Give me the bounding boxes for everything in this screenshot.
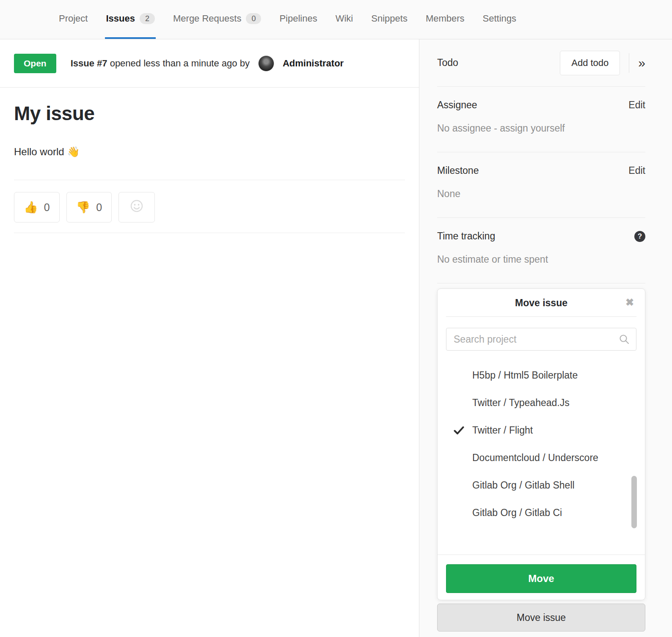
milestone-value: None [437, 188, 645, 200]
thumbs-up-icon: 👍 [24, 200, 38, 214]
reactions-bar: 👍 0 👎 0 [14, 192, 405, 222]
list-item[interactable]: Gitlab Org / Gitlab Shell [438, 472, 645, 499]
assignee-value: No assignee - assign yourself [437, 123, 645, 134]
time-tracking-label: Time tracking [437, 231, 495, 242]
time-tracking-section: Time tracking ? No estimate or time spen… [437, 218, 645, 283]
divider [629, 53, 629, 73]
tab-label: Wiki [336, 13, 353, 24]
tab-label: Snippets [371, 13, 408, 24]
divider [14, 233, 405, 233]
thumbs-up-count: 0 [44, 201, 50, 214]
project-list: H5bp / Html5 Boilerplate Twitter / Typea… [438, 357, 645, 555]
thumbs-down-count: 0 [96, 201, 102, 214]
thumbs-down-button[interactable]: 👎 0 [66, 192, 112, 222]
collapse-sidebar-icon[interactable]: » [638, 57, 645, 69]
tab-label: Settings [483, 13, 517, 24]
author-avatar[interactable] [258, 55, 274, 71]
issue-header: Open Issue #7 opened less than a minute … [0, 39, 419, 88]
close-icon[interactable]: ✖ [625, 297, 634, 308]
tab-snippets[interactable]: Snippets [370, 0, 408, 39]
list-item-selected[interactable]: Twitter / Flight [438, 417, 645, 444]
status-badge: Open [14, 54, 56, 73]
issue-number: Issue #7 [71, 58, 107, 69]
tab-pipelines[interactable]: Pipelines [278, 0, 318, 39]
tab-label: Pipelines [279, 13, 317, 24]
tab-issues[interactable]: Issues 2 [105, 0, 156, 39]
search-icon [619, 334, 630, 347]
assign-yourself-link[interactable]: assign yourself [500, 123, 565, 134]
page-title: My issue [14, 102, 405, 125]
assignee-label: Assignee [437, 99, 477, 111]
add-reaction-button[interactable] [118, 192, 155, 222]
search-project-input[interactable] [446, 328, 636, 351]
tab-project[interactable]: Project [58, 0, 88, 39]
thumbs-up-button[interactable]: 👍 0 [14, 192, 60, 222]
add-todo-button[interactable]: Add todo [560, 51, 620, 75]
divider [14, 180, 405, 180]
issue-main: Open Issue #7 opened less than a minute … [0, 39, 419, 637]
list-item[interactable]: H5bp / Html5 Boilerplate [438, 362, 645, 389]
tab-label: Members [426, 13, 465, 24]
divider [446, 316, 636, 317]
issue-sidebar: Todo Add todo » Assignee Edit No assigne… [419, 39, 672, 637]
scrollbar-thumb[interactable] [631, 476, 637, 528]
assignee-edit-link[interactable]: Edit [628, 99, 645, 111]
assignee-section: Assignee Edit No assignee - assign yours… [437, 87, 645, 152]
merge-requests-count-badge: 0 [246, 13, 261, 24]
project-nav: Project Issues 2 Merge Requests 0 Pipeli… [0, 0, 672, 39]
issue-meta: Issue #7 opened less than a minute ago b… [71, 58, 250, 69]
tab-members[interactable]: Members [425, 0, 465, 39]
time-tracking-value: No estimate or time spent [437, 254, 645, 265]
list-item[interactable]: Documentcloud / Underscore [438, 444, 645, 472]
issues-count-badge: 2 [140, 13, 155, 24]
tab-label: Issues [106, 13, 135, 24]
tab-settings[interactable]: Settings [482, 0, 518, 39]
milestone-label: Milestone [437, 165, 479, 176]
check-icon [454, 426, 464, 437]
move-button[interactable]: Move [446, 564, 636, 593]
thumbs-down-icon: 👎 [76, 200, 91, 214]
help-icon[interactable]: ? [634, 231, 645, 242]
milestone-section: Milestone Edit None [437, 152, 645, 218]
issue-description: Hello world 👋 [14, 146, 405, 158]
todo-section: Todo Add todo » [437, 39, 645, 87]
list-item[interactable]: Gitlab Org / Gitlab Ci [438, 499, 645, 527]
dash-separator: - [494, 123, 497, 134]
todo-label: Todo [437, 57, 458, 69]
tab-label: Project [59, 13, 88, 24]
author-name[interactable]: Administrator [283, 58, 344, 69]
move-issue-dialog: Move issue ✖ H5bp / Html5 Boilerplate [437, 288, 645, 600]
tab-merge-requests[interactable]: Merge Requests 0 [172, 0, 262, 39]
dialog-title: Move issue [515, 297, 567, 308]
milestone-edit-link[interactable]: Edit [628, 165, 645, 176]
list-item[interactable]: Twitter / Typeahead.Js [438, 389, 645, 417]
move-issue-button[interactable]: Move issue [437, 604, 645, 632]
tab-wiki[interactable]: Wiki [335, 0, 354, 39]
tab-label: Merge Requests [173, 13, 241, 24]
no-assignee-text: No assignee [437, 123, 491, 134]
issue-opened-text: opened less than a minute ago by [110, 58, 250, 69]
smiley-icon [130, 199, 143, 216]
